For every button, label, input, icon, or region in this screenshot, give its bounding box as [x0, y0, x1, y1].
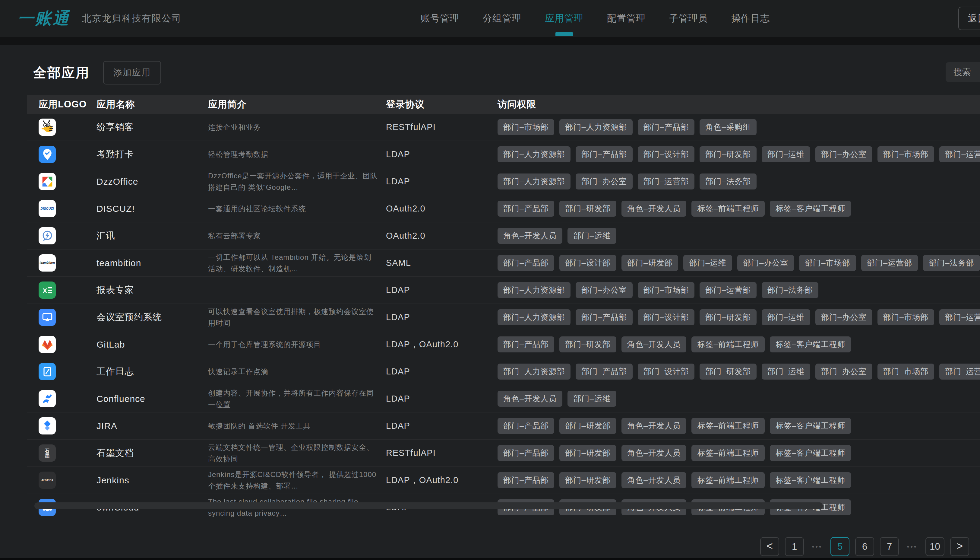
- permission-tag: 角色–开发人员: [621, 418, 686, 434]
- table-row[interactable]: 纷享销客连接企业和业务RESTfulAPI部门–市场部部门–人力资源部部门–产品…: [27, 114, 980, 141]
- app-logo-bolt-bubble: [38, 227, 56, 244]
- app-logo-jira: [38, 417, 56, 435]
- permission-tag: 部门–产品部: [576, 363, 632, 380]
- permission-tag: 部门–市场部: [877, 146, 934, 162]
- nav-item-6[interactable]: 操作日志: [731, 0, 770, 37]
- permission-tag: 标签–客户端工程师: [770, 445, 851, 461]
- nav-item-5[interactable]: 子管理员: [669, 0, 708, 37]
- permission-tag: 部门–运营部: [939, 363, 980, 380]
- pinwheel-icon: [40, 175, 54, 188]
- permission-tag: 标签–前端工程师: [691, 418, 764, 434]
- table-row[interactable]: X 报表专家LDAP部门–人力资源部部门–办公室部门–市场部部门–运营部部门–法…: [27, 277, 980, 304]
- permission-tag: 部门–运维: [568, 228, 616, 244]
- nav-item-2[interactable]: 分组管理: [483, 0, 522, 37]
- permission-tag: 部门–产品部: [576, 146, 632, 162]
- table-row[interactable]: teambitionteambition一切工作都可以从 Teambition …: [27, 250, 980, 277]
- back-button[interactable]: 返回: [958, 7, 980, 30]
- table-row[interactable]: DISCUZ!DISCUZ!一套通用的社区论坛软件系统OAuth2.0部门–产品…: [27, 195, 980, 222]
- permission-tag: 部门–产品部: [498, 445, 554, 461]
- app-screen: 一账通 北京龙归科技有限公司 账号管理分组管理应用管理配置管理子管理员操作日志 …: [0, 0, 980, 560]
- permission-tag: 部门–运营部: [638, 173, 694, 190]
- permission-tag: 部门–法务部: [762, 282, 818, 298]
- column-header-1: 应用LOGO: [27, 98, 96, 111]
- table-row[interactable]: Confluence创建内容、开展协作，并将所有工作内容保存在同一位置LDAP角…: [27, 385, 980, 412]
- logo-wordmark: DISCUZ!: [40, 207, 54, 211]
- permission-tag: 标签–前端工程师: [691, 337, 764, 352]
- permission-tag: 部门–产品部: [498, 201, 554, 217]
- app-permissions: 部门–产品部部门–研发部角色–开发人员标签–前端工程师标签–客户端工程师: [498, 418, 980, 434]
- app-permissions: 角色–开发人员部门–运维: [498, 228, 980, 244]
- bolt-bubble-icon: [41, 229, 54, 243]
- pagination-page-10[interactable]: 10: [925, 537, 944, 556]
- permission-tag: 部门–研发部: [559, 445, 616, 461]
- column-header-5: 访问权限: [498, 98, 980, 111]
- permission-tag: 标签–前端工程师: [691, 445, 764, 461]
- app-logo-cell: Jenkins: [27, 472, 96, 489]
- table-row[interactable]: JIRA敏捷团队的 首选软件 开发工具LDAP部门–产品部部门–研发部角色–开发…: [27, 412, 980, 440]
- table-row[interactable]: GitLab一个用于仓库管理系统的开源项目LDAP，OAuth2.0部门–产品部…: [27, 331, 980, 358]
- app-login-protocol: OAuth2.0: [386, 204, 498, 213]
- notepad-pencil-icon: [41, 365, 54, 378]
- spreadsheet-icon: X: [41, 283, 54, 297]
- permission-tag: 部门–人力资源部: [498, 173, 570, 190]
- permission-tag: 部门–设计部: [638, 309, 694, 325]
- app-name: 工作日志: [96, 365, 208, 378]
- app-logo-wordmark: DISCUZ!: [38, 200, 56, 217]
- permission-tag: 部门–办公室: [576, 282, 632, 298]
- top-navigation-bar: 一账通 北京龙归科技有限公司 账号管理分组管理应用管理配置管理子管理员操作日志 …: [0, 0, 980, 37]
- app-logo-pinwheel: [38, 173, 56, 190]
- pagination-prev-button[interactable]: <: [760, 537, 779, 556]
- permission-tag: 部门–运维: [762, 309, 810, 325]
- permission-tag: 部门–运营部: [699, 282, 756, 298]
- bottom-edge-strip: [0, 558, 980, 560]
- nav-item-1[interactable]: 账号管理: [421, 0, 459, 37]
- app-permissions: 部门–人力资源部部门–办公室部门–市场部部门–运营部部门–法务部: [498, 282, 980, 298]
- app-logo-cell: [27, 336, 96, 353]
- permission-tag: 角色–采购组: [699, 119, 756, 135]
- permission-tag: 部门–研发部: [699, 363, 756, 380]
- app-login-protocol: LDAP: [386, 149, 498, 159]
- logo-wordmark: Jenkins: [41, 478, 53, 482]
- app-permissions: 部门–人力资源部部门–产品部部门–设计部部门–研发部部门–运维部门–办公室部门–…: [498, 309, 980, 325]
- search-input[interactable]: [946, 62, 980, 82]
- pagination-page-1[interactable]: 1: [785, 537, 804, 556]
- bee-icon: [40, 120, 54, 134]
- gitlab-fox-icon: [41, 338, 54, 351]
- table-row[interactable]: JenkinsJenkinsJenkins是开源CI&CD软件领导者， 提供超过…: [27, 467, 980, 494]
- table-row[interactable]: DzzOfficeDzzOffice是一套开源办公套件，适用于企业、团队搭建自己…: [27, 168, 980, 195]
- app-description: 快速记录工作点滴: [208, 366, 379, 377]
- app-logo-notepad: [38, 363, 56, 380]
- permission-tag: 部门–办公室: [576, 173, 632, 190]
- app-description: 云端文档文件统一管理、企业权限控制数据安全、高效协同: [208, 442, 379, 464]
- table-row[interactable]: 石 墨石墨文档云端文档文件统一管理、企业权限控制数据安全、高效协同RESTful…: [27, 440, 980, 467]
- pagination-next-button[interactable]: >: [950, 537, 969, 556]
- app-logo-cell: [27, 227, 96, 244]
- pagination-page-5[interactable]: 5: [831, 537, 849, 556]
- app-login-protocol: SAML: [386, 258, 498, 268]
- permission-tag: 部门–市场部: [799, 255, 856, 271]
- pagination-page-7[interactable]: 7: [880, 537, 899, 556]
- app-name: Confluence: [96, 394, 208, 404]
- table-row[interactable]: 会议室预约系统可以快速查看会议室使用排期，极速预约会议室使用时间LDAP部门–人…: [27, 304, 980, 331]
- permission-tag: 角色–开发人员: [498, 391, 562, 407]
- app-permissions: 部门–产品部部门–研发部角色–开发人员标签–前端工程师标签–客户端工程师: [498, 472, 980, 488]
- permission-tag: 角色–开发人员: [621, 337, 686, 352]
- app-logo-screen: [38, 309, 56, 326]
- app-logo-cell: [27, 146, 96, 163]
- confluence-icon: [41, 392, 54, 405]
- table-row[interactable]: 汇讯私有云部署专家OAuth2.0角色–开发人员部门–运维: [27, 222, 980, 250]
- pagination-page-6[interactable]: 6: [855, 537, 874, 556]
- nav-item-4[interactable]: 配置管理: [607, 0, 646, 37]
- permission-tag: 部门–研发部: [621, 255, 678, 271]
- brand-logo: 一账通: [18, 8, 70, 30]
- permission-tag: 部门–办公室: [816, 363, 872, 380]
- table-row[interactable]: 工作日志快速记录工作点滴LDAP部门–人力资源部部门–产品部部门–设计部部门–研…: [27, 358, 980, 385]
- logo-wordmark: 石 墨: [45, 448, 50, 458]
- add-app-button[interactable]: 添加应用: [103, 61, 161, 85]
- table-row[interactable]: 考勤打卡轻松管理考勤数据LDAP部门–人力资源部部门–产品部部门–设计部部门–研…: [27, 141, 980, 168]
- permission-tag: 部门–研发部: [699, 146, 756, 162]
- app-login-protocol: LDAP: [386, 394, 498, 404]
- app-description: 创建内容、开展协作，并将所有工作内容保存在同一位置: [208, 387, 379, 410]
- horizontal-scrollbar[interactable]: [34, 502, 823, 509]
- nav-item-3[interactable]: 应用管理: [545, 0, 583, 37]
